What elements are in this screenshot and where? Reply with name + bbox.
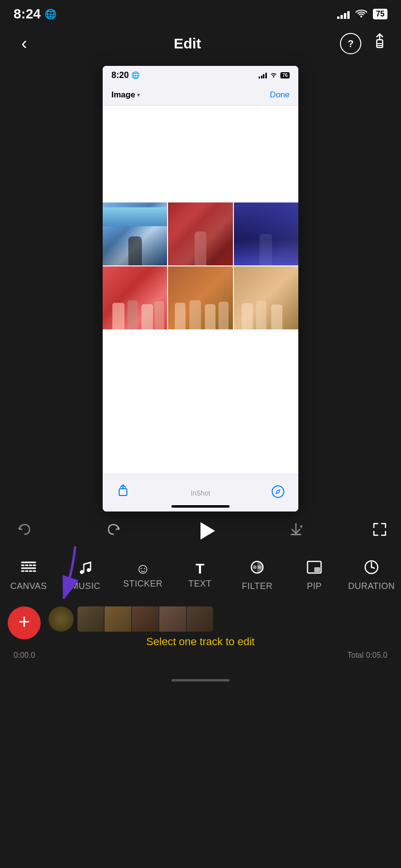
- home-indicator-area: [0, 676, 401, 683]
- playback-controls: [0, 512, 401, 550]
- svg-line-13: [84, 562, 91, 564]
- svg-point-16: [258, 565, 262, 569]
- toolbar-sticker[interactable]: ☺ STICKER: [114, 561, 171, 589]
- toolbar-text[interactable]: T TEXT: [171, 561, 229, 589]
- plus-icon: +: [18, 612, 31, 632]
- inner-signal-bars-icon: [259, 72, 267, 78]
- sticker-icon: ☺: [136, 561, 151, 576]
- sticker-label: STICKER: [123, 579, 163, 589]
- svg-rect-18: [314, 567, 320, 572]
- timeline-thumbnail-circle: [48, 606, 74, 632]
- music-label: MUSIC: [71, 581, 101, 591]
- pip-icon: [306, 558, 323, 578]
- white-space-top: [103, 106, 298, 202]
- timeline-strip[interactable]: [77, 606, 213, 632]
- image-dropdown-button[interactable]: Image ▾: [111, 90, 140, 100]
- nav-right-actions: ?: [340, 33, 387, 55]
- text-label: TEXT: [188, 579, 212, 589]
- svg-line-21: [371, 567, 374, 568]
- inner-phone-bottom: InShot: [103, 474, 298, 512]
- svg-point-5: [272, 486, 284, 497]
- svg-point-15: [253, 565, 257, 569]
- phone-mockup-container: 8:20 🌐 76: [0, 61, 401, 512]
- home-indicator: [171, 679, 230, 682]
- text-icon: T: [196, 561, 204, 576]
- canvas-icon: [20, 558, 37, 578]
- toolbar-canvas[interactable]: CANVAS: [0, 558, 57, 591]
- timeline-area: + Select one track to edit 0:00.0 Total …: [0, 599, 401, 676]
- svg-rect-3: [119, 489, 127, 496]
- canvas-label: CANVAS: [10, 581, 47, 591]
- photo-grid: [103, 202, 298, 329]
- wifi-icon: [355, 9, 367, 20]
- svg-marker-8: [300, 526, 303, 528]
- svg-rect-7: [291, 534, 301, 535]
- play-button[interactable]: [193, 517, 220, 544]
- music-icon: [77, 558, 94, 578]
- top-nav: ‹ Edit ?: [0, 26, 401, 61]
- globe-icon: 🌐: [45, 8, 57, 20]
- status-icons: 75: [337, 9, 387, 20]
- back-button[interactable]: ‹: [14, 33, 35, 54]
- toolbar-filter[interactable]: FILTER: [229, 558, 286, 591]
- filter-label: FILTER: [242, 581, 273, 591]
- share-button[interactable]: [372, 33, 387, 55]
- strip-thumb-2: [105, 606, 131, 632]
- filter-icon: [248, 558, 266, 578]
- inner-status-time: 8:20 🌐: [111, 70, 139, 80]
- status-bar: 8:24 🌐 75: [0, 0, 401, 26]
- undo-button[interactable]: [14, 523, 35, 540]
- fullscreen-button[interactable]: [372, 522, 387, 540]
- strip-thumb-1: [77, 606, 104, 632]
- duration-label: DURATION: [348, 581, 395, 591]
- white-space-bottom: [103, 379, 298, 474]
- inner-wifi-icon: [270, 72, 278, 79]
- status-time: 8:24 🌐: [14, 6, 57, 22]
- play-icon: [200, 522, 215, 540]
- chevron-down-icon: ▾: [137, 92, 140, 98]
- photo-cell-1[interactable]: [103, 202, 167, 265]
- toolbar-pip[interactable]: PIP: [286, 558, 343, 591]
- battery-icon: 75: [373, 9, 387, 19]
- photo-cell-5[interactable]: [168, 266, 232, 329]
- toolbar-music[interactable]: MUSIC: [57, 558, 114, 591]
- photo-cell-4[interactable]: [103, 266, 167, 329]
- select-track-message: Select one track to edit: [0, 632, 401, 650]
- signal-bars-icon: [337, 9, 350, 19]
- strip-thumb-4: [159, 606, 185, 632]
- strip-thumb-5: [187, 606, 213, 632]
- done-button[interactable]: Done: [270, 90, 290, 100]
- strip-thumb-3: [132, 606, 158, 632]
- redo-button[interactable]: [103, 523, 124, 540]
- inner-status-bar: 8:20 🌐 76: [103, 66, 298, 84]
- duration-icon: [363, 558, 380, 578]
- inner-status-icons: 76: [259, 72, 290, 79]
- add-button[interactable]: +: [8, 606, 41, 639]
- inner-share-icon[interactable]: [116, 484, 130, 502]
- photo-area: [103, 106, 298, 474]
- page-title: Edit: [174, 35, 201, 52]
- download-button[interactable]: [288, 522, 304, 540]
- inner-draw-icon[interactable]: [271, 485, 285, 501]
- photo-cell-6[interactable]: [234, 266, 298, 329]
- timeline-track-row: [0, 599, 401, 632]
- pip-label: PIP: [307, 581, 322, 591]
- bottom-toolbar: CANVAS MUSIC ☺ STICKER T TEXT FI: [0, 550, 401, 599]
- phone-mockup: 8:20 🌐 76: [103, 66, 298, 512]
- inner-battery-icon: 76: [280, 72, 290, 78]
- inner-home-indicator: [171, 505, 230, 508]
- inner-globe-icon: 🌐: [131, 71, 139, 79]
- instagram-watermark: InShot: [130, 489, 271, 497]
- photo-cell-2[interactable]: [168, 202, 232, 265]
- help-button[interactable]: ?: [340, 33, 361, 54]
- total-time: Total 0:05.0: [347, 651, 387, 660]
- timeline-time-row: 0:00.0 Total 0:05.0: [0, 650, 401, 661]
- toolbar-duration[interactable]: DURATION: [343, 558, 400, 591]
- inner-app-header: Image ▾ Done: [103, 84, 298, 106]
- photo-cell-3[interactable]: [234, 202, 298, 265]
- start-time: 0:00.0: [14, 651, 35, 660]
